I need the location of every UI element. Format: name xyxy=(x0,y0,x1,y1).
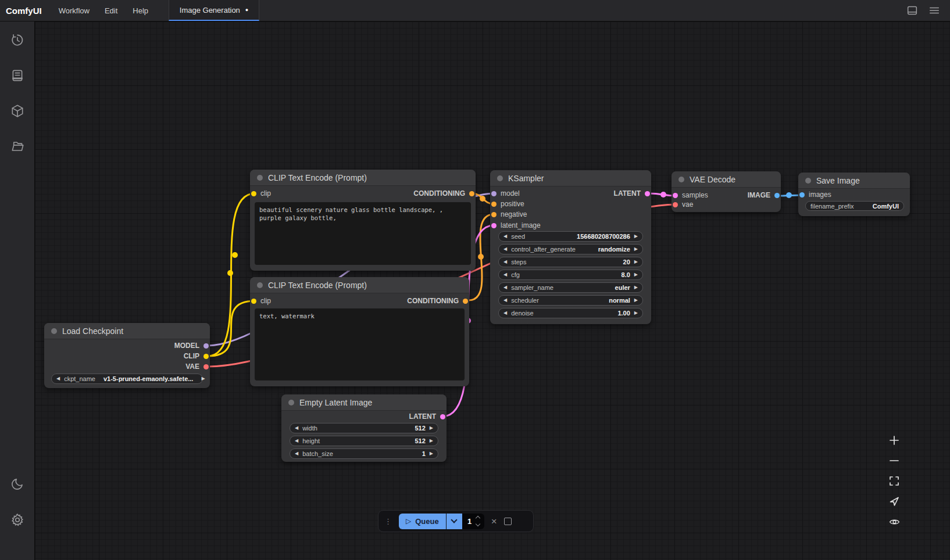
image-port-icon[interactable] xyxy=(774,193,780,198)
node-empty-latent-image[interactable]: Empty Latent Image LATENT ◀ width 512 ▶ … xyxy=(281,394,447,462)
node-load-checkpoint[interactable]: Load Checkpoint MODEL CLIP VAE ◀ ckpt_na… xyxy=(44,323,210,388)
node-header[interactable]: CLIP Text Encode (Prompt) xyxy=(250,277,469,293)
latent-port-icon[interactable] xyxy=(491,223,497,228)
toggle-link-visibility-button[interactable] xyxy=(885,513,903,530)
collapse-dot-icon[interactable] xyxy=(51,328,57,334)
increment-icon[interactable]: ▶ xyxy=(634,285,638,290)
collapse-dot-icon[interactable] xyxy=(497,175,503,181)
decrement-icon[interactable]: ◀ xyxy=(503,285,507,290)
sidebar-item-node-library[interactable] xyxy=(7,100,28,121)
output-conditioning[interactable]: CONDITIONING xyxy=(407,296,468,306)
count-increment-icon[interactable] xyxy=(475,516,480,520)
decrement-icon[interactable]: ◀ xyxy=(56,376,60,381)
input-vae[interactable]: vae xyxy=(673,200,693,209)
widget-height[interactable]: ◀ height 512 ▶ xyxy=(290,436,438,446)
input-images[interactable]: images xyxy=(799,190,831,199)
conditioning-port-icon[interactable] xyxy=(463,299,468,304)
drag-handle-icon[interactable]: ⋮ xyxy=(384,517,392,526)
input-model[interactable]: model xyxy=(491,188,520,199)
collapse-dot-icon[interactable] xyxy=(805,178,811,184)
output-vae[interactable]: VAE xyxy=(185,361,209,372)
increment-icon[interactable]: ▶ xyxy=(430,451,433,456)
node-header[interactable]: Save Image xyxy=(798,173,910,189)
decrement-icon[interactable]: ◀ xyxy=(503,298,507,303)
collapse-dot-icon[interactable] xyxy=(257,175,263,181)
app-logo[interactable]: ComfyUI xyxy=(0,0,51,21)
increment-icon[interactable]: ▶ xyxy=(634,260,638,264)
widget-width[interactable]: ◀ width 512 ▶ xyxy=(290,423,438,433)
decrement-icon[interactable]: ◀ xyxy=(503,247,507,252)
increment-icon[interactable]: ▶ xyxy=(430,426,433,430)
zoom-in-button[interactable] xyxy=(885,432,903,449)
select-mode-button[interactable] xyxy=(885,493,903,510)
widget-denoise[interactable]: ◀ denoise 1.00 ▶ xyxy=(498,308,643,318)
theme-toggle-button[interactable] xyxy=(7,473,28,494)
vae-port-icon[interactable] xyxy=(203,364,209,369)
output-image[interactable]: IMAGE xyxy=(748,191,780,200)
increment-icon[interactable]: ▶ xyxy=(634,247,638,252)
queue-options-button[interactable] xyxy=(447,514,462,529)
widget-ckpt-name[interactable]: ◀ ckpt_name v1-5-pruned-emaonly.safete..… xyxy=(51,374,203,384)
node-header[interactable]: VAE Decode xyxy=(672,171,781,188)
decrement-icon[interactable]: ◀ xyxy=(503,234,507,239)
node-clip-text-encode-negative[interactable]: CLIP Text Encode (Prompt) clip CONDITION… xyxy=(250,277,469,386)
latent-port-icon[interactable] xyxy=(645,191,650,196)
menu-edit[interactable]: Edit xyxy=(97,0,125,21)
node-header[interactable]: Load Checkpoint xyxy=(44,323,210,339)
conditioning-port-icon[interactable] xyxy=(469,191,474,196)
decrement-icon[interactable]: ◀ xyxy=(295,451,298,456)
widget-cfg[interactable]: ◀ cfg 8.0 ▶ xyxy=(498,270,643,280)
increment-icon[interactable]: ▶ xyxy=(430,439,433,443)
widget-scheduler[interactable]: ◀ scheduler normal ▶ xyxy=(498,295,643,306)
increment-icon[interactable]: ▶ xyxy=(634,311,638,315)
image-port-icon[interactable] xyxy=(799,192,805,198)
decrement-icon[interactable]: ◀ xyxy=(503,272,507,277)
queue-button[interactable]: ▷ Queue xyxy=(399,514,446,529)
node-save-image[interactable]: Save Image images filename_prefix ComfyU… xyxy=(798,173,910,216)
decrement-icon[interactable]: ◀ xyxy=(503,311,507,315)
count-decrement-icon[interactable] xyxy=(475,522,480,526)
clip-port-icon[interactable] xyxy=(251,299,256,304)
stop-button[interactable] xyxy=(504,518,512,525)
input-negative[interactable]: negative xyxy=(491,209,527,220)
input-clip[interactable]: clip xyxy=(251,188,271,199)
widget-steps[interactable]: ◀ steps 20 ▶ xyxy=(498,257,643,267)
increment-icon[interactable]: ▶ xyxy=(634,298,638,303)
decrement-icon[interactable]: ◀ xyxy=(295,426,298,430)
sidebar-item-workflows[interactable] xyxy=(7,136,28,157)
clear-queue-button[interactable]: × xyxy=(491,516,497,526)
widget-batch-size[interactable]: ◀ batch_size 1 ▶ xyxy=(290,448,438,459)
decrement-icon[interactable]: ◀ xyxy=(295,439,298,443)
input-clip[interactable]: clip xyxy=(251,296,271,306)
output-latent[interactable]: LATENT xyxy=(409,411,445,422)
main-menu-button[interactable] xyxy=(926,2,943,19)
prompt-textarea[interactable]: beautiful scenery nature glass bottle la… xyxy=(255,202,471,265)
output-model[interactable]: MODEL xyxy=(174,340,209,351)
latent-port-icon[interactable] xyxy=(440,414,445,419)
node-header[interactable]: KSampler xyxy=(490,170,651,186)
output-conditioning[interactable]: CONDITIONING xyxy=(413,188,474,199)
conditioning-port-icon[interactable] xyxy=(491,212,497,217)
workflow-tab[interactable]: Image Generation ● xyxy=(169,0,259,21)
increment-icon[interactable]: ▶ xyxy=(634,272,638,277)
input-latent-image[interactable]: latent_image xyxy=(491,220,541,231)
output-clip[interactable]: CLIP xyxy=(184,351,209,361)
latent-port-icon[interactable] xyxy=(673,193,678,198)
zoom-out-button[interactable] xyxy=(885,452,903,469)
node-vae-decode[interactable]: VAE Decode samples vae IMAGE xyxy=(672,171,781,212)
widget-control-after-generate[interactable]: ◀ control_after_generate randomize ▶ xyxy=(498,244,643,254)
increment-icon[interactable]: ▶ xyxy=(201,376,205,381)
collapse-dot-icon[interactable] xyxy=(288,400,294,405)
sidebar-item-logs[interactable] xyxy=(7,65,28,86)
clip-port-icon[interactable] xyxy=(251,191,256,196)
node-ksampler[interactable]: KSampler model positive negative latent_… xyxy=(490,170,651,324)
input-positive[interactable]: positive xyxy=(491,199,524,209)
node-header[interactable]: CLIP Text Encode (Prompt) xyxy=(250,170,476,186)
model-port-icon[interactable] xyxy=(203,343,209,349)
widget-seed[interactable]: ◀ seed 156680208700286 ▶ xyxy=(498,231,643,242)
batch-count-input[interactable]: 1 xyxy=(462,514,484,529)
output-latent[interactable]: LATENT xyxy=(614,188,650,199)
prompt-textarea[interactable]: text, watermark xyxy=(255,308,465,380)
node-clip-text-encode-positive[interactable]: CLIP Text Encode (Prompt) clip CONDITION… xyxy=(250,170,476,271)
fit-view-button[interactable] xyxy=(885,472,903,490)
